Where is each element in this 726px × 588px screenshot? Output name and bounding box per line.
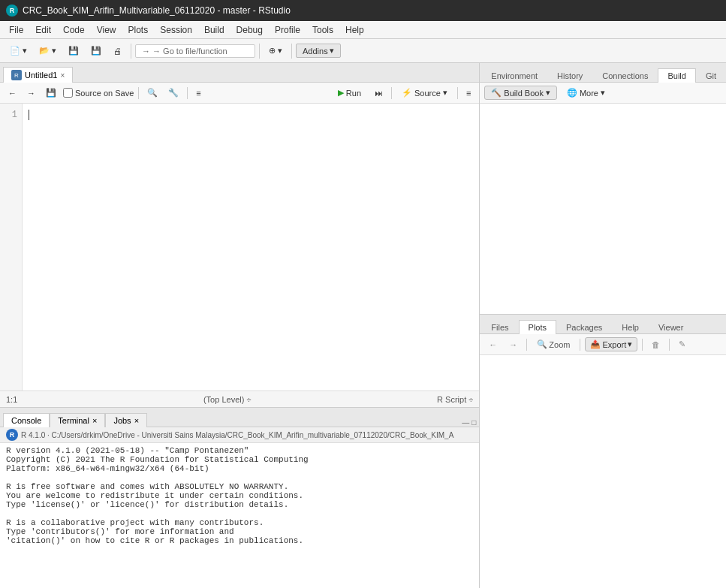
export-dropdown-icon[interactable]: ▾ (628, 339, 632, 349)
console-body[interactable]: R version 4.1.0 (2021-05-18) -- "Camp Po… (0, 443, 479, 588)
menu-view[interactable]: View (91, 23, 122, 37)
code-content[interactable] (23, 104, 479, 390)
save-all-button[interactable]: 💾 (86, 44, 107, 58)
plots-tab[interactable]: Plots (519, 320, 556, 334)
menu-help[interactable]: Help (339, 23, 370, 37)
save-button[interactable]: 💾 (63, 44, 84, 58)
cursor-line (29, 110, 473, 120)
plots-sep-1 (526, 339, 527, 351)
plots-sep-4 (669, 339, 670, 351)
goto-icon: → (142, 47, 150, 56)
addins-button[interactable]: Addins ▾ (296, 44, 341, 58)
zoom-button[interactable]: 🔍 Zoom (532, 337, 575, 351)
workspace-dropdown[interactable]: ▾ (278, 46, 282, 56)
menu-tools[interactable]: Tools (306, 23, 339, 37)
forward-button[interactable]: → (23, 87, 39, 99)
terminal-tab-close[interactable]: × (92, 416, 97, 425)
editor-toolbar: ← → 💾 Source on Save 🔍 🔧 ≡ ▶ Run ⏭ (0, 83, 479, 104)
build-book-dropdown[interactable]: ▾ (546, 88, 550, 98)
open-file-button[interactable]: 📂 ▾ (34, 44, 62, 58)
run-button[interactable]: ▶ Run (331, 86, 368, 100)
source-dropdown-icon[interactable]: ▾ (443, 88, 447, 98)
console-minimize-icon[interactable]: — (462, 418, 469, 427)
console-tab-jobs[interactable]: Jobs × (105, 413, 147, 427)
menu-debug[interactable]: Debug (230, 23, 269, 37)
menu-edit[interactable]: Edit (29, 23, 57, 37)
export-icon: 📤 (590, 339, 601, 349)
top-right-panel: Environment History Connections Build Gi… (480, 63, 726, 315)
app-icon: R (6, 5, 18, 17)
plots-tab-label: Plots (529, 323, 547, 332)
history-tab[interactable]: History (547, 68, 592, 83)
toolbar-separator-3 (291, 44, 292, 59)
goto-label: → Go to file/function (152, 47, 227, 56)
tools-button[interactable]: 🔧 (164, 86, 182, 99)
console-tab-console[interactable]: Console (3, 413, 50, 427)
toolbar-separator-2 (259, 44, 260, 59)
menu-profile[interactable]: Profile (269, 23, 306, 37)
goto-file-input[interactable]: → → Go to file/function (135, 44, 255, 58)
menu-session[interactable]: Session (154, 23, 198, 37)
open-file-dropdown[interactable]: ▾ (52, 46, 56, 56)
hammer-icon: 🔨 (491, 88, 502, 98)
build-tab-label: Build (667, 71, 685, 80)
save-editor-button[interactable]: 💾 (42, 86, 60, 99)
delete-plot-button[interactable]: 🗑 (647, 338, 664, 351)
editor-tab-close[interactable]: × (60, 71, 65, 80)
run-next-button[interactable]: ⏭ (371, 87, 387, 99)
editor-tab-label: Untitled1 (25, 71, 57, 80)
plot-forward-button[interactable]: → (505, 339, 522, 351)
jobs-tab-label: Jobs (113, 416, 131, 425)
line-number-1: 1 (5, 110, 17, 120)
build-book-button[interactable]: 🔨 Build Book ▾ (484, 86, 557, 100)
addins-dropdown-icon: ▾ (330, 46, 334, 56)
environment-tab[interactable]: Environment (481, 68, 547, 83)
format-button[interactable]: ≡ (192, 87, 204, 99)
editor-sep-2 (187, 87, 188, 99)
packages-tab[interactable]: Packages (556, 320, 612, 334)
bottom-right-panel: Files Plots Packages Help Viewer ← → (480, 315, 726, 588)
main-toolbar: 📄 ▾ 📂 ▾ 💾 💾 🖨 → → Go to file/function ⊕ … (0, 39, 726, 63)
menu-code[interactable]: Code (57, 23, 91, 37)
more-dropdown-icon[interactable]: ▾ (601, 88, 605, 98)
export-button[interactable]: 📤 Export ▾ (585, 337, 637, 351)
right-top-tab-bar: Environment History Connections Build Gi… (480, 63, 726, 83)
save-icon: 💾 (68, 46, 79, 56)
console-output: R version 4.1.0 (2021-05-18) -- "Camp Po… (6, 446, 473, 545)
more-options-button[interactable]: ≡ (462, 87, 474, 99)
clear-plots-button[interactable]: ✎ (674, 337, 690, 351)
editor-sep-3 (391, 87, 392, 99)
right-bottom-tab-bar: Files Plots Packages Help Viewer (480, 315, 726, 334)
workspace-button[interactable]: ⊕ ▾ (264, 44, 288, 58)
console-tab-terminal[interactable]: Terminal × (50, 413, 105, 427)
build-content (480, 104, 726, 314)
plot-back-button[interactable]: ← (484, 339, 502, 351)
run-label: Run (346, 89, 361, 98)
viewer-tab[interactable]: Viewer (649, 320, 693, 334)
source-on-save-checkbox[interactable] (63, 88, 73, 98)
files-tab[interactable]: Files (481, 320, 518, 334)
menu-file[interactable]: File (3, 23, 29, 37)
print-button[interactable]: 🖨 (108, 44, 127, 58)
build-more-button[interactable]: 🌐 More ▾ (560, 86, 612, 100)
console-tab-bar: Console Terminal × Jobs × — □ (0, 408, 479, 427)
title-bar: R CRC_Book_KIM_Arifin_Multivariable_0611… (0, 0, 726, 21)
git-tab[interactable]: Git (696, 68, 726, 83)
console-section: Console Terminal × Jobs × — □ (0, 408, 479, 588)
connections-tab[interactable]: Connections (592, 68, 658, 83)
new-file-button[interactable]: 📄 ▾ (5, 44, 32, 58)
jobs-tab-close[interactable]: × (134, 416, 139, 425)
console-maximize-icon[interactable]: □ (471, 418, 476, 427)
source-on-save-label[interactable]: Source on Save (63, 88, 134, 98)
open-file-icon: 📂 (39, 46, 50, 56)
new-file-dropdown[interactable]: ▾ (23, 46, 27, 56)
help-tab[interactable]: Help (612, 320, 649, 334)
search-button[interactable]: 🔍 (143, 86, 161, 99)
source-button[interactable]: ⚡ Source ▾ (396, 86, 453, 100)
menu-plots[interactable]: Plots (122, 23, 155, 37)
build-tab[interactable]: Build (658, 68, 695, 83)
menu-build[interactable]: Build (198, 23, 230, 37)
editor-tab-untitled1[interactable]: R Untitled1 × (3, 67, 73, 83)
editor-status-bar: 1:1 (Top Level) ÷ R Script ÷ (0, 390, 479, 407)
back-button[interactable]: ← (5, 87, 20, 99)
